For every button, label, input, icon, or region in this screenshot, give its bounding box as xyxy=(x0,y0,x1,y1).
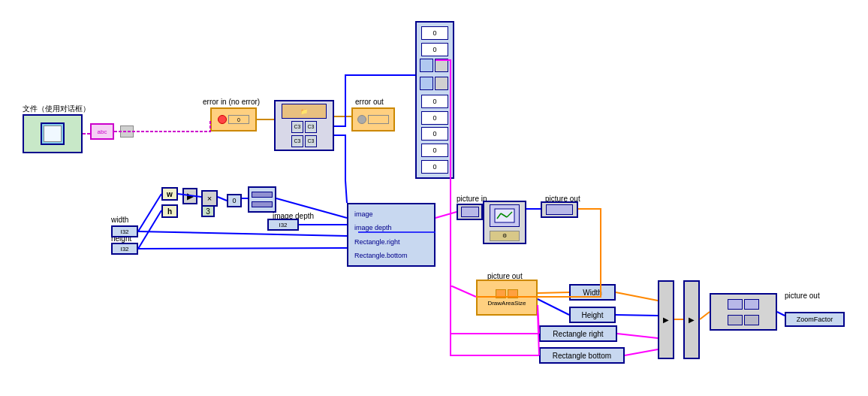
file-node[interactable] xyxy=(23,114,83,153)
array-cell-1: 0 xyxy=(421,43,448,56)
array-cell-6: 0 xyxy=(421,127,448,141)
create-image-depth-label: image depth xyxy=(354,224,392,231)
rect-right-terminal[interactable]: Rectangle right xyxy=(539,325,617,342)
create-image-label: image xyxy=(354,210,373,218)
zero-node: 0 xyxy=(227,194,242,207)
image-depth-i32: I32 xyxy=(267,219,299,231)
array-cell-3a xyxy=(420,77,433,90)
picture-in-icon xyxy=(461,207,479,217)
error-in-label: error in (no error) xyxy=(203,98,260,106)
width-i32: I32 xyxy=(111,225,138,237)
pof-icon3 xyxy=(728,315,743,325)
array-cell-8: 0 xyxy=(421,160,448,174)
error-out-label: error out xyxy=(355,98,384,106)
h-box: h xyxy=(161,204,178,218)
file-node-label: 文件（使用对话框） xyxy=(23,104,90,114)
path-node[interactable]: abc xyxy=(90,123,114,140)
file-icon xyxy=(41,122,65,145)
array-cell-0: 0 xyxy=(421,26,448,40)
array-cluster-node[interactable]: 0 0 0 0 0 0 0 xyxy=(415,21,454,179)
height-i32: I32 xyxy=(111,243,138,255)
array-cell-2b xyxy=(435,59,448,72)
error-in-node[interactable]: 0 xyxy=(210,107,257,131)
array-cell-2a xyxy=(420,59,433,72)
array-cell-4: 0 xyxy=(421,95,448,108)
rect-bottom-terminal[interactable]: Rectangle bottom xyxy=(539,347,625,364)
das-icon2 xyxy=(508,289,518,298)
file-dialog-node[interactable]: 📁 C3 C3 C3 C3 xyxy=(274,100,334,151)
picture-out-node1[interactable] xyxy=(541,201,578,218)
picture-in-terminal[interactable] xyxy=(457,204,483,220)
array-cell-3b xyxy=(435,77,448,90)
arrow-node: ▶ xyxy=(182,188,197,204)
w-box: w xyxy=(161,187,178,201)
picture-out-final-label: picture out xyxy=(785,292,820,300)
height-terminal[interactable]: Height xyxy=(569,307,616,323)
picture-out-icon1 xyxy=(546,204,573,215)
bundle-node1[interactable]: ▶ xyxy=(658,280,674,359)
connector-1 xyxy=(120,125,134,138)
width-terminal[interactable]: Width xyxy=(569,284,616,301)
array-build-node[interactable] xyxy=(248,186,276,213)
zoom-factor-node[interactable]: ZoomFactor xyxy=(785,312,845,327)
const3-node: 3 xyxy=(201,205,215,217)
width-label: width xyxy=(111,216,128,224)
error-out-node[interactable] xyxy=(351,107,395,131)
draw-controls: ⚙ xyxy=(490,231,520,241)
pof-icon4 xyxy=(744,315,759,325)
create-image-node[interactable]: image image depth Rectangle.right Rectan… xyxy=(347,203,436,267)
array-cell-5: 0 xyxy=(421,111,448,125)
array-build-row2 xyxy=(252,201,273,207)
array-cell-7: 0 xyxy=(421,144,448,157)
picture-out-final-node[interactable] xyxy=(710,293,777,331)
draw-picture-node[interactable]: ⚙ xyxy=(483,201,526,244)
multiply-node: × xyxy=(201,190,218,207)
create-rect-bottom-label: Rectangle.bottom xyxy=(354,252,408,259)
array-build-row1 xyxy=(252,192,273,198)
pof-icon2 xyxy=(744,299,759,310)
pof-icon1 xyxy=(728,299,743,310)
das-icon1 xyxy=(496,289,506,298)
draw-area-size-label: DrawAreaSize xyxy=(487,300,526,307)
draw-area-size-node[interactable]: DrawAreaSize xyxy=(476,280,538,316)
draw-icon xyxy=(490,204,520,227)
create-rect-right-label: Rectangle.right xyxy=(354,238,400,246)
bundle-node2[interactable]: ▶ xyxy=(683,280,700,359)
